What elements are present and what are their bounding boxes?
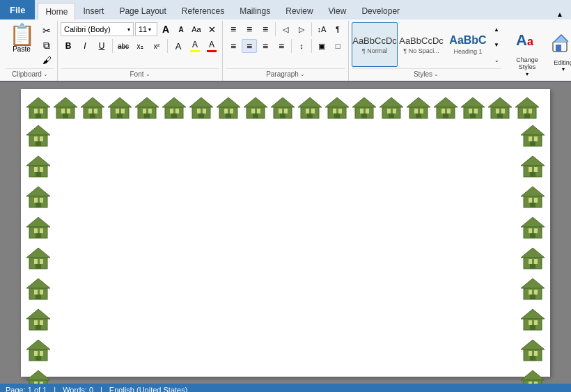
svg-rect-178 xyxy=(529,351,532,356)
italic-button[interactable]: I xyxy=(77,39,93,53)
change-styles-svg: A a xyxy=(515,27,540,52)
cut-button[interactable]: ✂ xyxy=(39,24,54,38)
svg-rect-45 xyxy=(226,113,231,118)
paste-label: Paste xyxy=(13,45,31,53)
tab-home[interactable]: Home xyxy=(38,3,75,20)
house-top-14 xyxy=(378,95,405,121)
tab-developer[interactable]: Developer xyxy=(354,2,407,19)
tab-view[interactable]: View xyxy=(321,2,354,19)
clipboard-expand[interactable]: ⌄ xyxy=(43,71,48,77)
change-styles-dropdown[interactable]: ▾ xyxy=(526,71,529,77)
highlight-button[interactable]: A xyxy=(187,39,203,53)
svg-marker-121 xyxy=(26,187,50,196)
svg-rect-13 xyxy=(61,109,65,113)
separator-4 xyxy=(311,22,312,36)
show-marks-button[interactable]: ¶ xyxy=(330,22,345,36)
increase-indent-button[interactable]: ▷ xyxy=(294,22,309,36)
paste-icon: 📋 xyxy=(9,24,35,45)
bullets-button[interactable]: ≡ xyxy=(226,22,241,36)
svg-marker-76 xyxy=(407,97,430,107)
bold-button[interactable]: B xyxy=(61,39,76,53)
paragraph-expand[interactable]: ⌄ xyxy=(300,71,305,77)
font-name-dropdown[interactable]: ▾ xyxy=(127,26,130,33)
tab-references[interactable]: References xyxy=(174,2,232,19)
styles-scroll-down[interactable]: ▼ xyxy=(492,39,501,50)
style-normal[interactable]: AaBbCcDc ¶ Normal xyxy=(352,22,398,67)
font-size-box[interactable]: 11 ▾ xyxy=(135,22,157,36)
svg-marker-156 xyxy=(521,279,545,288)
multilevel-button[interactable]: ≡ xyxy=(258,22,273,36)
font-group-content: Calibri (Body) ▾ 11 ▾ A A Aa ✕ B I U abc… xyxy=(61,22,219,67)
svg-rect-34 xyxy=(175,109,179,113)
svg-rect-180 xyxy=(530,356,535,361)
change-styles-label: ChangeStyles xyxy=(516,56,538,72)
font-name-box[interactable]: Calibri (Body) ▾ xyxy=(61,22,134,36)
tab-page-layout[interactable]: Page Layout xyxy=(111,2,173,19)
house-side-row-4 xyxy=(21,244,550,273)
style-no-spacing[interactable]: AaBbCcDc ¶ No Spaci... xyxy=(398,22,444,67)
minimize-ribbon-button[interactable]: ▲ xyxy=(554,8,565,19)
svg-marker-126 xyxy=(521,187,545,196)
font-size-dropdown[interactable]: ▾ xyxy=(148,26,151,33)
tab-insert[interactable]: Insert xyxy=(75,2,111,19)
change-styles-icon: A a xyxy=(515,27,540,56)
styles-more[interactable]: ⌄ xyxy=(492,54,501,65)
font-color-stack: A xyxy=(207,40,217,52)
file-tab[interactable]: File xyxy=(0,0,35,19)
change-case-button[interactable]: Aa xyxy=(189,22,203,36)
strikethrough-button[interactable]: abc xyxy=(116,39,131,53)
shading-button[interactable]: ▣ xyxy=(314,39,329,53)
svg-rect-105 xyxy=(36,141,41,146)
svg-rect-113 xyxy=(34,167,38,172)
styles-expand[interactable]: ⌄ xyxy=(434,71,439,77)
svg-rect-140 xyxy=(530,233,535,238)
tab-review[interactable]: Review xyxy=(278,2,320,19)
paragraph-row-1: ≡ ≡ ≡ ◁ ▷ ↕A ¶ xyxy=(226,22,345,36)
svg-marker-101 xyxy=(26,125,50,135)
sort-button[interactable]: ↕A xyxy=(314,22,329,36)
font-group: Calibri (Body) ▾ 11 ▾ A A Aa ✕ B I U abc… xyxy=(58,21,223,81)
svg-rect-63 xyxy=(333,109,336,113)
house-top-8 xyxy=(215,95,242,121)
align-right-button[interactable]: ≡ xyxy=(258,39,273,53)
font-grow-button[interactable]: A xyxy=(159,22,173,36)
svg-rect-169 xyxy=(534,320,538,325)
superscript-button[interactable]: x² xyxy=(149,39,164,53)
document-page[interactable] xyxy=(21,89,550,377)
align-center-button[interactable]: ≡ xyxy=(242,39,257,53)
svg-rect-159 xyxy=(534,290,538,295)
svg-marker-61 xyxy=(325,97,349,107)
tab-mailings[interactable]: Mailings xyxy=(232,2,278,19)
style-heading1[interactable]: AaBbC Heading 1 xyxy=(445,22,491,67)
copy-button[interactable]: ⧉ xyxy=(39,38,54,52)
font-expand[interactable]: ⌄ xyxy=(146,71,150,77)
justify-button[interactable]: ≡ xyxy=(274,39,289,53)
editing-button[interactable]: Editing ▾ xyxy=(548,31,571,75)
paste-button[interactable]: 📋 Paste xyxy=(6,22,38,55)
svg-rect-79 xyxy=(420,109,423,113)
font-color-button[interactable]: A xyxy=(204,39,219,53)
change-styles-button[interactable]: A a ChangeStyles ▾ xyxy=(509,26,545,79)
numbering-button[interactable]: ≡ xyxy=(242,22,257,36)
line-spacing-button[interactable]: ↕ xyxy=(294,39,309,53)
border-button[interactable]: □ xyxy=(330,39,345,53)
text-effects-button[interactable]: A xyxy=(171,39,186,53)
svg-rect-148 xyxy=(529,259,532,264)
paragraph-group-content: ≡ ≡ ≡ ◁ ▷ ↕A ¶ ≡ ≡ ≡ ≡ ↕ ▣ □ xyxy=(226,22,345,67)
editing-dropdown[interactable]: ▾ xyxy=(562,66,565,72)
house-top-1 xyxy=(25,95,52,121)
clear-formatting-button[interactable]: ✕ xyxy=(205,22,219,36)
svg-rect-144 xyxy=(40,259,43,264)
svg-marker-36 xyxy=(189,97,213,107)
font-shrink-button[interactable]: A xyxy=(174,22,188,36)
svg-rect-155 xyxy=(36,295,41,299)
underline-button[interactable]: U xyxy=(94,39,109,53)
highlight-icon: A xyxy=(192,40,198,49)
align-left-button[interactable]: ≡ xyxy=(226,39,241,53)
house-top-11 xyxy=(297,95,323,121)
svg-rect-15 xyxy=(63,113,68,118)
styles-scroll-up[interactable]: ▲ xyxy=(492,24,501,35)
subscript-button[interactable]: x₂ xyxy=(132,39,148,53)
format-painter-button[interactable]: 🖌 xyxy=(39,53,54,67)
decrease-indent-button[interactable]: ◁ xyxy=(278,22,293,36)
